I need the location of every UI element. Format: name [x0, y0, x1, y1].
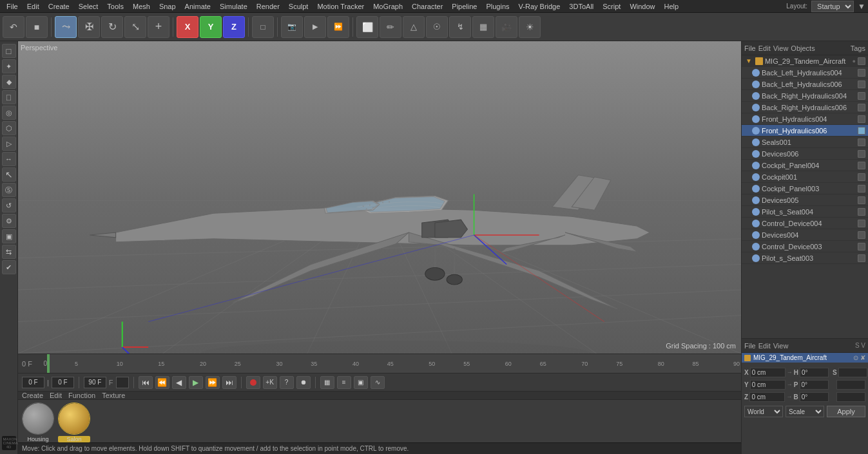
- obj-check-5[interactable]: [858, 115, 865, 123]
- left-tool-4[interactable]: ⎕: [2, 90, 16, 104]
- obj-edit[interactable]: Edit: [758, 44, 771, 52]
- powerslide-button[interactable]: ▣: [354, 376, 368, 389]
- obj-view[interactable]: View: [773, 44, 789, 52]
- keyframe-button[interactable]: +K: [263, 376, 277, 389]
- add-button[interactable]: +: [148, 16, 169, 38]
- menu-tools[interactable]: Tools: [103, 2, 128, 11]
- auto-keyframe-button[interactable]: ?: [280, 376, 294, 389]
- menu-vray-bridge[interactable]: V-Ray Bridge: [515, 2, 564, 11]
- obj-check-14[interactable]: [858, 220, 865, 227]
- obj-check-8[interactable]: [858, 150, 865, 158]
- play-forward-button[interactable]: ▶: [189, 376, 203, 389]
- menu-mesh[interactable]: Mesh: [129, 2, 154, 11]
- x-pos-field[interactable]: [750, 368, 786, 377]
- menu-snap[interactable]: Snap: [155, 2, 180, 11]
- obj-check-3[interactable]: [858, 92, 865, 100]
- obj-item-15[interactable]: Devices004: [742, 229, 868, 241]
- f-curve-button[interactable]: ∿: [371, 376, 385, 389]
- fps-val-input[interactable]: [116, 377, 129, 388]
- cube-button[interactable]: ⬜: [356, 16, 378, 38]
- play-reverse-button[interactable]: ◀: [172, 376, 186, 389]
- left-tool-2[interactable]: ✦: [2, 59, 16, 73]
- menu-file[interactable]: File: [3, 2, 22, 11]
- obj-item-10[interactable]: Cockpit001: [742, 171, 868, 183]
- sz-scale-field[interactable]: [836, 392, 865, 402]
- menu-script[interactable]: Script: [599, 2, 624, 11]
- obj-tags[interactable]: Tags: [851, 44, 865, 52]
- material-function[interactable]: Function: [68, 392, 95, 399]
- material-salon[interactable]: [58, 402, 90, 435]
- left-tool-1[interactable]: □: [2, 44, 16, 58]
- menu-motion-tracker[interactable]: Motion Tracker: [313, 2, 368, 11]
- redo-button[interactable]: ■: [26, 16, 48, 38]
- menu-character[interactable]: Character: [408, 2, 447, 11]
- spline-button[interactable]: ☉: [426, 16, 448, 38]
- layout-expand-icon[interactable]: ▼: [858, 2, 865, 11]
- obj-check-11[interactable]: [858, 185, 865, 193]
- left-tool-6[interactable]: ⬡: [2, 121, 16, 135]
- obj-check-7[interactable]: [858, 138, 865, 146]
- viewport[interactable]: View Cameras Display Filter Options Pane…: [18, 41, 741, 354]
- next-frame-button[interactable]: ⏩: [206, 376, 220, 389]
- left-tool-15[interactable]: ✔: [2, 260, 16, 274]
- obj-item-5[interactable]: Front_Hydraulics004: [742, 113, 868, 125]
- menu-select[interactable]: Select: [75, 2, 102, 11]
- menu-sculpt[interactable]: Sculpt: [285, 2, 313, 11]
- render-region-button[interactable]: 📷: [281, 16, 303, 38]
- z-axis-button[interactable]: Z: [223, 16, 245, 38]
- obj-check-9[interactable]: [858, 162, 865, 169]
- obj-item-3[interactable]: Back_Right_Hydraulics004: [742, 90, 868, 102]
- rotate-tool-button[interactable]: ↻: [101, 16, 123, 38]
- obj-check-6[interactable]: [858, 127, 865, 135]
- y-axis-button[interactable]: Y: [200, 16, 222, 38]
- record-button[interactable]: [246, 376, 260, 389]
- render-all-button[interactable]: ⏩: [327, 16, 349, 38]
- obj-check-2[interactable]: [858, 80, 865, 88]
- b-rot-field[interactable]: [800, 392, 829, 402]
- menu-simulate[interactable]: Simulate: [216, 2, 251, 11]
- left-tool-14[interactable]: ⇆: [2, 245, 16, 259]
- obj-file[interactable]: File: [744, 44, 756, 52]
- material-create[interactable]: Create: [22, 392, 43, 399]
- deformer-button[interactable]: ↯: [449, 16, 471, 38]
- obj-root[interactable]: ▼ MIG_29_Tandem_Aircraft ●: [742, 55, 868, 67]
- camera-button[interactable]: 🎥: [496, 16, 517, 38]
- obj-check-13[interactable]: [858, 208, 865, 216]
- apply-button[interactable]: Apply: [827, 406, 865, 417]
- timeline[interactable]: 0 F 5 10 15 20 25 30 35 40 45 50 55 60 6…: [18, 354, 741, 373]
- y-pos-field[interactable]: [750, 380, 786, 390]
- menu-animate[interactable]: Animate: [181, 2, 215, 11]
- left-tool-7[interactable]: ▷: [2, 137, 16, 151]
- scale-dropdown[interactable]: Scale: [786, 406, 824, 417]
- obj-item-8[interactable]: Devices006: [742, 148, 868, 160]
- world-dropdown[interactable]: World: [744, 406, 783, 417]
- obj-item-7[interactable]: Seals001: [742, 137, 868, 148]
- undo-button[interactable]: ↶: [3, 16, 24, 38]
- menu-edit[interactable]: Edit: [23, 2, 43, 11]
- obj-item-11[interactable]: Cockpit_Panel003: [742, 183, 868, 194]
- menu-create[interactable]: Create: [44, 2, 73, 11]
- h-rot-field[interactable]: [800, 368, 829, 377]
- go-end-button[interactable]: ⏭: [222, 376, 236, 389]
- fps-input[interactable]: [52, 377, 74, 388]
- obj-item-17[interactable]: Pilot_s_Seat003: [742, 252, 868, 264]
- move-tool-button[interactable]: ✠: [78, 16, 100, 38]
- effector-button[interactable]: ▦: [472, 16, 494, 38]
- material-texture[interactable]: Texture: [102, 392, 125, 399]
- polygon-button[interactable]: △: [403, 16, 425, 38]
- sy-scale-field[interactable]: [836, 380, 865, 390]
- obj-check-17[interactable]: [858, 254, 865, 262]
- obj-check-1[interactable]: [858, 69, 865, 77]
- z-pos-field[interactable]: [749, 392, 785, 402]
- timeline-toggle-button[interactable]: ▦: [320, 376, 334, 389]
- go-start-button[interactable]: ⏮: [139, 376, 153, 389]
- obj-root-check[interactable]: [858, 57, 865, 65]
- end-frame-input[interactable]: [84, 377, 106, 388]
- menu-window[interactable]: Window: [626, 2, 659, 11]
- left-tool-13[interactable]: ▣: [2, 229, 16, 243]
- timeline-bar[interactable]: 5 10 15 20 25 30 35 40 45 50 55 60 65 70…: [47, 354, 741, 373]
- p-rot-field[interactable]: [800, 380, 829, 390]
- obj-check-15[interactable]: [858, 231, 865, 239]
- menu-mograph[interactable]: MoGraph: [369, 2, 407, 11]
- material-edit[interactable]: Edit: [50, 392, 62, 399]
